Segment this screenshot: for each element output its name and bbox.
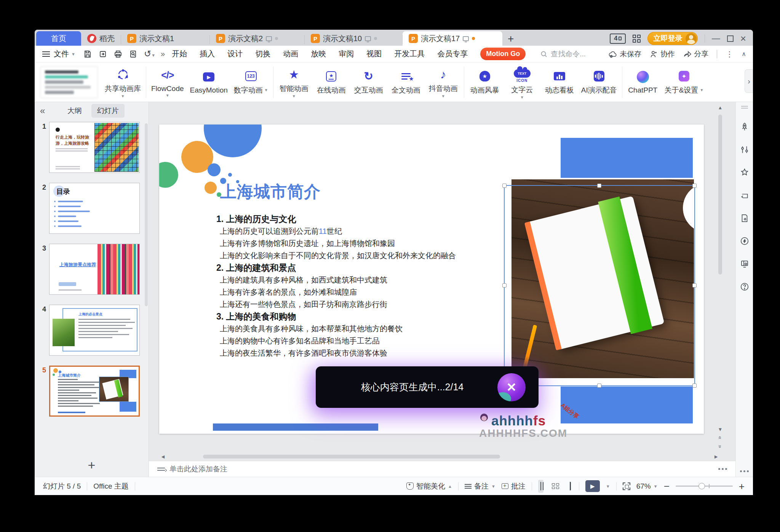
rail-drag-handle[interactable] bbox=[741, 106, 748, 107]
new-tab-button[interactable]: + bbox=[502, 33, 519, 45]
chevron-down-icon[interactable]: ▼ bbox=[606, 484, 610, 489]
close-button[interactable]: × bbox=[740, 34, 746, 43]
adjust-sliders-icon[interactable] bbox=[740, 145, 750, 155]
zoom-out-button[interactable]: − bbox=[664, 481, 670, 491]
slide-thumbnail-row-4[interactable]: 4 上海的必去景点 bbox=[35, 305, 149, 356]
notes-bar[interactable]: 单击此处添加备注 bbox=[149, 461, 735, 477]
slide-1-thumbnail[interactable]: 行走上海，玩转旅游，上海旅游攻略 bbox=[49, 122, 140, 173]
slide-thumbnail-row-5[interactable]: 5 上海城市简介 bbox=[35, 366, 149, 417]
vertical-scrollbar-thumb[interactable] bbox=[718, 115, 722, 275]
zoom-in-button[interactable]: + bbox=[739, 481, 745, 491]
menu-membership[interactable]: 会员专享 bbox=[437, 49, 468, 59]
multi-window-icon[interactable]: 4 bbox=[610, 34, 626, 44]
tab-document-2[interactable]: P 演示文稿2 bbox=[210, 31, 304, 46]
zoom-slider-knob[interactable] bbox=[698, 483, 705, 489]
slide-4-thumbnail[interactable]: 上海的必去景点 bbox=[49, 305, 140, 356]
tab-document-1[interactable]: P 演示文稿1 bbox=[121, 31, 209, 46]
more-quick-access-icon[interactable]: » bbox=[161, 50, 165, 58]
resize-handle-nw[interactable] bbox=[502, 184, 507, 188]
ribbon-douyin-animation[interactable]: ♪ 抖音动画 ▼ bbox=[425, 64, 462, 101]
slide-thumbnail-row-2[interactable]: 2 目录 bbox=[35, 183, 149, 234]
smart-beautify-button[interactable]: 智能美化 ▲ bbox=[406, 481, 452, 491]
slide-sorter-view-button[interactable] bbox=[550, 481, 561, 491]
tab-slides[interactable]: 幻灯片 bbox=[91, 104, 125, 118]
ribbon-animation-storm[interactable]: ★ 动画风暴 bbox=[466, 64, 503, 101]
quick-beautify-rocket-icon[interactable] bbox=[740, 122, 750, 132]
scroll-down-icon[interactable]: ▼ bbox=[718, 425, 723, 433]
kanban-board-icon[interactable] bbox=[740, 259, 750, 269]
tab-home[interactable]: 首页 bbox=[36, 31, 81, 46]
rail-more-icon[interactable] bbox=[740, 470, 749, 472]
scroll-right-icon[interactable]: ► bbox=[713, 454, 719, 460]
scroll-up-icon[interactable]: ▲ bbox=[718, 104, 723, 112]
comments-button[interactable]: 批注 bbox=[502, 481, 526, 491]
theme-name[interactable]: Office 主题 bbox=[93, 481, 129, 491]
loop-playback-icon[interactable] bbox=[740, 190, 750, 200]
ribbon-easymotion[interactable]: ▶ EasyMotion bbox=[187, 64, 231, 101]
menu-review[interactable]: 审阅 bbox=[339, 49, 354, 59]
animation-preview-thumbnail[interactable] bbox=[40, 66, 98, 98]
ribbon-share-animation-library[interactable]: 共享动画库 ▼ bbox=[102, 64, 144, 101]
export-button[interactable] bbox=[98, 50, 107, 59]
selection-frame[interactable] bbox=[504, 185, 695, 386]
blue-rectangle-top[interactable] bbox=[561, 138, 693, 178]
save-button[interactable] bbox=[83, 50, 92, 59]
minimize-button[interactable]: — bbox=[712, 34, 720, 43]
resize-handle-ne[interactable] bbox=[692, 184, 697, 188]
ribbon-flowcode[interactable]: </> FlowCode ▼ bbox=[148, 64, 187, 101]
ribbon-smart-animation[interactable]: ★ 智能动画 ▼ bbox=[275, 64, 313, 101]
tab-document-17-active[interactable]: P 演示文稿17 bbox=[403, 31, 502, 46]
menu-view[interactable]: 视图 bbox=[366, 49, 382, 59]
file-menu[interactable]: 文件▼ bbox=[54, 49, 75, 59]
slide-thumbnail-row-1[interactable]: 1 行走上海，玩转旅游，上海旅游攻略 bbox=[35, 122, 149, 173]
vertical-scrollbar[interactable]: ▲ ▼ « » bbox=[716, 104, 724, 451]
ribbon-ai-voiceover[interactable]: AI演示配音 bbox=[578, 64, 620, 101]
scroll-left-icon[interactable]: ◄ bbox=[160, 454, 166, 460]
fit-to-window-icon[interactable] bbox=[623, 482, 630, 490]
zoom-level-dropdown[interactable]: 67% ▼ bbox=[636, 482, 658, 490]
notes-more-icon[interactable] bbox=[718, 468, 727, 470]
blue-bar-bottom[interactable] bbox=[213, 423, 378, 431]
ribbon-about-settings[interactable]: ✦ 关于&设置▼ bbox=[662, 64, 707, 101]
reading-view-button[interactable] bbox=[567, 480, 573, 493]
collapse-ribbon-icon[interactable]: ∧ bbox=[742, 50, 746, 58]
app-grid-icon[interactable] bbox=[633, 35, 641, 43]
flash-assistant-icon[interactable] bbox=[740, 236, 750, 246]
resize-handle-e[interactable] bbox=[692, 283, 697, 288]
tab-docer[interactable]: 稻壳 bbox=[81, 31, 121, 46]
notes-toggle-button[interactable]: 备注 ▼ bbox=[465, 481, 495, 491]
preview-button[interactable] bbox=[129, 50, 138, 59]
ribbon-chatppt[interactable]: ChatPPT bbox=[624, 64, 662, 101]
resize-handle-s[interactable] bbox=[597, 383, 601, 388]
ribbon-online-animation[interactable]: ★ 在线动画 bbox=[313, 64, 350, 101]
more-options-icon[interactable]: ⋮ bbox=[726, 50, 733, 59]
print-button[interactable] bbox=[113, 50, 123, 59]
resize-handle-se[interactable] bbox=[692, 383, 697, 388]
panel-scrollbar-thumb[interactable] bbox=[145, 123, 148, 306]
login-button[interactable]: 立即登录 bbox=[647, 32, 698, 45]
horizontal-scrollbar[interactable]: ◄ ► bbox=[160, 453, 719, 460]
star-effects-icon[interactable] bbox=[740, 168, 750, 177]
ribbon-dynamic-board[interactable]: 动态看板 bbox=[541, 64, 578, 101]
motion-go-tab[interactable]: Motion Go bbox=[480, 48, 526, 60]
previous-slide-button[interactable]: « bbox=[719, 433, 722, 442]
slide-2-thumbnail[interactable]: 目录 bbox=[49, 183, 140, 234]
slide-text-block[interactable]: 1. 上海的历史与文化 上海的历史可以追溯到公元前11世纪 上海有许多博物馆和历… bbox=[216, 213, 536, 359]
menu-insert[interactable]: 插入 bbox=[200, 49, 215, 59]
help-icon[interactable] bbox=[740, 282, 750, 292]
maximize-button[interactable] bbox=[727, 35, 734, 42]
menu-slideshow[interactable]: 放映 bbox=[311, 49, 326, 59]
menu-start[interactable]: 开始 bbox=[172, 49, 187, 59]
slide-5-thumbnail-selected[interactable]: 上海城市简介 bbox=[49, 366, 140, 417]
normal-view-button[interactable] bbox=[538, 480, 543, 493]
resize-handle-w[interactable] bbox=[502, 283, 507, 288]
document-effects-icon[interactable] bbox=[740, 213, 750, 223]
tab-document-10[interactable]: P 演示文稿10 bbox=[305, 31, 402, 46]
horizontal-scrollbar-thumb[interactable] bbox=[203, 455, 500, 459]
add-slide-button[interactable]: + bbox=[88, 458, 96, 473]
zoom-slider[interactable] bbox=[676, 486, 733, 487]
cancel-generation-button[interactable]: ✕ bbox=[497, 373, 526, 401]
blue-rectangle-bottom[interactable] bbox=[561, 387, 693, 423]
ribbon-word-cloud[interactable]: TEXT ICON 文字云 ▼ bbox=[503, 64, 541, 101]
menu-design[interactable]: 设计 bbox=[227, 49, 243, 59]
